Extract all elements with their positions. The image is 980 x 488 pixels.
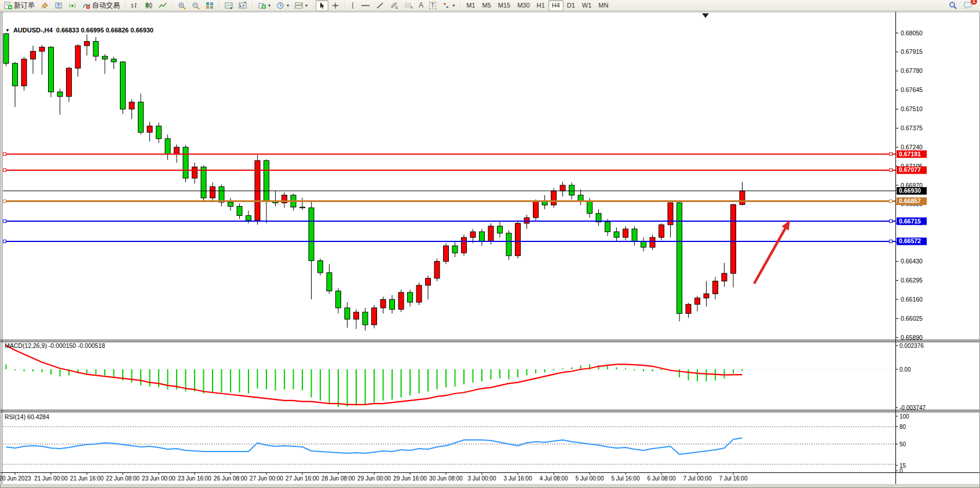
chart-ohlc-values: 0.66833 0.66995 0.66826 0.66930 bbox=[56, 27, 153, 34]
macd-indicator-label: MACD(12,26,9) -0.000150 -0.000518 bbox=[5, 342, 105, 349]
candle-bearish bbox=[309, 208, 314, 260]
candle-bearish bbox=[183, 147, 188, 178]
candle-bullish bbox=[713, 281, 718, 294]
time-axis-label: 4 Jul 08:00 bbox=[540, 475, 568, 482]
macd-axis-label: 0.00 bbox=[899, 366, 911, 373]
candle-bullish bbox=[354, 312, 359, 319]
candle-bearish bbox=[506, 233, 511, 256]
candle-bearish bbox=[677, 203, 682, 313]
line-anchor-handle[interactable] bbox=[3, 168, 6, 171]
time-axis-label: 22 Jun 08:00 bbox=[106, 475, 140, 482]
candle-bearish bbox=[219, 186, 224, 202]
line-anchor-handle[interactable] bbox=[3, 220, 6, 223]
candle-bearish bbox=[480, 232, 485, 241]
candle-bearish bbox=[587, 201, 593, 214]
time-axis-label: 3 Jul 00:00 bbox=[468, 475, 496, 482]
line-anchor-handle[interactable] bbox=[3, 153, 6, 156]
candle-bullish bbox=[470, 232, 476, 237]
price-axis-tick-label: 0.66430 bbox=[901, 258, 923, 265]
candle-bearish bbox=[237, 207, 242, 216]
line-anchor-handle[interactable] bbox=[890, 200, 893, 203]
candle-bearish bbox=[408, 292, 413, 302]
time-axis-label: 26 Jun 08:00 bbox=[214, 475, 247, 482]
chart-canvas[interactable]: 0.680500.679150.677800.676450.675100.673… bbox=[0, 0, 980, 488]
candle-bearish bbox=[390, 299, 395, 309]
candle-bullish bbox=[533, 201, 539, 218]
price-axis-tick-label: 0.67780 bbox=[901, 67, 923, 74]
candle-bullish bbox=[21, 59, 27, 86]
time-axis-label: 30 Jun 08:00 bbox=[429, 475, 463, 482]
candle-bearish bbox=[120, 62, 126, 109]
candle-bearish bbox=[93, 42, 98, 57]
time-axis-label: 29 Jun 00:00 bbox=[357, 475, 391, 482]
time-axis-label: 5 Jul 16:00 bbox=[612, 475, 640, 482]
candle-bearish bbox=[13, 63, 18, 86]
price-line-label: 0.66715 bbox=[899, 218, 921, 225]
line-anchor-handle[interactable] bbox=[890, 220, 893, 223]
price-axis-tick-label: 0.67645 bbox=[901, 86, 923, 93]
time-axis-label: 3 Jul 16:00 bbox=[504, 475, 532, 482]
candle-bullish bbox=[129, 102, 134, 109]
line-anchor-handle[interactable] bbox=[890, 168, 893, 171]
candle-bearish bbox=[201, 167, 206, 198]
time-axis-label: 23 Jun 16:00 bbox=[178, 475, 211, 482]
macd-axis-label: -0.003747 bbox=[899, 405, 926, 411]
price-axis-tick-label: 0.67375 bbox=[901, 124, 923, 131]
line-anchor-handle[interactable] bbox=[3, 240, 6, 243]
candle-bearish bbox=[3, 34, 9, 63]
candle-bullish bbox=[686, 304, 691, 314]
price-line-label: 0.67191 bbox=[899, 151, 921, 157]
price-axis-tick-label: 0.66160 bbox=[901, 296, 923, 303]
candle-bearish bbox=[156, 126, 162, 139]
price-axis-tick-label: 0.68050 bbox=[901, 30, 923, 36]
candle-bullish bbox=[381, 299, 386, 308]
candle-bearish bbox=[641, 241, 646, 247]
time-axis-label: 6 Jul 08:00 bbox=[648, 475, 676, 482]
rsi-axis-label: 0 bbox=[899, 468, 903, 474]
time-axis-label: 27 Jun 16:00 bbox=[286, 475, 319, 482]
price-axis-tick-label: 0.66295 bbox=[901, 277, 923, 284]
candle-bullish bbox=[39, 47, 45, 51]
candle-bearish bbox=[452, 246, 458, 253]
time-axis-label: 5 Jul 00:00 bbox=[576, 475, 604, 482]
candle-bullish bbox=[515, 223, 521, 256]
status-strip bbox=[1, 484, 979, 487]
chart-window-frame bbox=[1, 12, 980, 488]
candle-bearish bbox=[327, 273, 332, 291]
candle-bullish bbox=[623, 229, 628, 237]
chart-symbol-label: AUDUSD-,H4 bbox=[13, 27, 53, 34]
chevron-down-icon[interactable]: ▼ bbox=[5, 28, 10, 33]
candle-bearish bbox=[228, 202, 233, 206]
candle-bearish bbox=[165, 139, 170, 155]
candle-bullish bbox=[444, 246, 449, 262]
candle-bullish bbox=[75, 46, 81, 68]
macd-axis-label: 0.002376 bbox=[899, 343, 924, 349]
time-axis-label: 21 Jun 16:00 bbox=[70, 475, 104, 482]
candle-bullish bbox=[722, 273, 727, 281]
candle-bullish bbox=[372, 308, 377, 325]
candle-bearish bbox=[57, 92, 63, 97]
price-axis-tick-label: 0.67915 bbox=[901, 48, 923, 55]
rsi-axis-label: 50 bbox=[899, 441, 906, 447]
candle-bearish bbox=[246, 215, 251, 221]
candle-bullish bbox=[398, 292, 404, 309]
candle-bullish bbox=[462, 237, 467, 253]
candle-bullish bbox=[650, 237, 655, 247]
time-axis-label: 21 Jun 00:00 bbox=[34, 475, 68, 482]
candle-bullish bbox=[704, 294, 709, 298]
candle-bullish bbox=[551, 191, 557, 205]
line-anchor-handle[interactable] bbox=[3, 200, 6, 203]
candle-bearish bbox=[345, 308, 350, 319]
candle-bullish bbox=[147, 126, 152, 133]
price-line-label: 0.66857 bbox=[899, 197, 921, 204]
candle-bullish bbox=[659, 225, 664, 237]
time-axis-label: 27 Jun 00:00 bbox=[250, 475, 283, 482]
candle-bearish bbox=[103, 56, 108, 59]
candle-bullish bbox=[731, 204, 736, 273]
line-anchor-handle[interactable] bbox=[890, 153, 893, 156]
price-axis-tick-label: 0.67510 bbox=[901, 105, 923, 112]
candle-bullish bbox=[434, 262, 440, 278]
time-axis-label: 28 Jun 08:00 bbox=[321, 475, 355, 482]
line-anchor-handle[interactable] bbox=[890, 240, 893, 243]
candle-bearish bbox=[336, 291, 341, 308]
